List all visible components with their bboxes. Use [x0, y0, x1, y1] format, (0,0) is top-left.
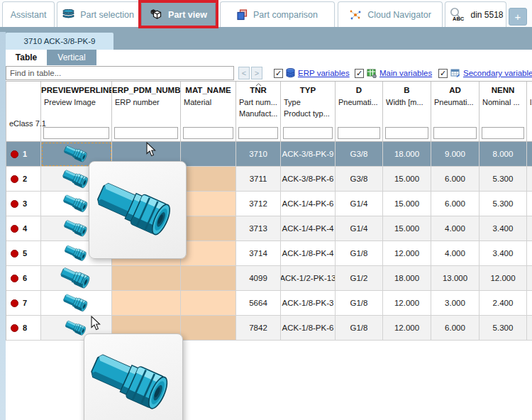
search-tab[interactable]: ABC din 5518	[445, 1, 506, 27]
d-cell[interactable]: G1/4	[336, 192, 383, 216]
add-search-tab-button[interactable]: +	[509, 8, 527, 26]
column-filter-input[interactable]	[338, 127, 380, 139]
ad-cell[interactable]: 4.000	[431, 241, 480, 266]
ad-cell[interactable]: 4.000	[431, 216, 480, 241]
l-cell[interactable]	[527, 316, 532, 341]
nenn-cell[interactable]: 8.000	[480, 142, 527, 167]
l-cell[interactable]	[527, 216, 532, 241]
tab-part-view[interactable]: Part view	[141, 1, 216, 27]
b-cell[interactable]: 12.000	[383, 316, 431, 341]
column-header-erp_pdm_number[interactable]: ERP_PDM_NUMBERERP number	[112, 82, 181, 142]
erp-number-cell[interactable]	[112, 266, 181, 291]
d-cell[interactable]: G1/4	[336, 216, 383, 241]
tab-vertical[interactable]: Vertical	[47, 50, 96, 65]
nenn-cell[interactable]: 5.300	[480, 192, 527, 216]
toggle-link[interactable]: Main variables	[379, 69, 432, 77]
column-filter-input[interactable]	[482, 127, 524, 139]
b-cell[interactable]: 18.000	[383, 266, 431, 291]
tab-cloud-navigator[interactable]: Cloud Navigator	[338, 1, 443, 27]
typ-cell[interactable]: ACK-1/8-PK-4	[281, 241, 336, 266]
row-number-cell[interactable]: 2	[6, 167, 41, 192]
find-prev-button[interactable]: <	[238, 67, 250, 79]
row-number-cell[interactable]: 5	[6, 241, 41, 266]
find-in-table-input[interactable]	[6, 66, 234, 80]
column-filter-input[interactable]	[238, 127, 278, 139]
row-number-cell[interactable]: 6	[6, 266, 41, 291]
erp-number-cell[interactable]	[112, 291, 181, 316]
checkbox[interactable]: ✓	[274, 69, 283, 78]
b-cell[interactable]: 15.000	[383, 216, 431, 241]
column-filter-input[interactable]	[385, 127, 428, 139]
tnr-cell[interactable]: 3712	[236, 192, 281, 216]
row-number-cell[interactable]: 7	[6, 291, 41, 316]
nenn-cell[interactable]: 5.300	[480, 316, 527, 341]
nenn-cell[interactable]: 3.400	[480, 216, 527, 241]
column-header-tnr[interactable]: TNRPart num...Manufact...	[236, 82, 281, 142]
tnr-cell[interactable]: 3713	[236, 216, 281, 241]
column-header-d[interactable]: DPneumati...	[336, 82, 383, 142]
column-filter-input[interactable]	[183, 127, 233, 139]
table-row-4[interactable]: 43713ACK-1/4-PK-4G1/415.0004.0003.400	[6, 216, 532, 241]
preview-image-cell[interactable]	[41, 291, 112, 316]
column-header-b[interactable]: BWidth [m...	[383, 82, 431, 142]
typ-cell[interactable]: ACK-1/4-PK-4	[281, 216, 336, 241]
ad-cell[interactable]: 6.000	[431, 167, 480, 192]
material-cell[interactable]	[181, 291, 236, 316]
d-cell[interactable]: G3/8	[336, 142, 383, 167]
column-header-previewperline[interactable]: PREVIEWPERLINEPreview Image	[41, 82, 112, 142]
nenn-cell[interactable]: 2.400	[480, 291, 527, 316]
document-tab-active[interactable]: 3710 ACK-3/8-PK-9	[6, 33, 113, 50]
b-cell[interactable]: 18.000	[383, 142, 431, 167]
checkbox[interactable]: ✓	[438, 69, 448, 78]
table-row-6[interactable]: 64099ACK-1/2-PK-13G1/218.00013.00012.000	[6, 266, 532, 291]
tab-table[interactable]: Table	[6, 50, 47, 65]
row-number-cell[interactable]: 4	[6, 216, 41, 241]
tab-part-comparison[interactable]: Part comparison	[220, 1, 335, 27]
table-row-5[interactable]: 53714ACK-1/8-PK-4G1/812.0004.0003.400	[6, 241, 532, 266]
toggle-link[interactable]: Secondary variables	[463, 69, 532, 77]
column-filter-input[interactable]	[43, 127, 109, 139]
nenn-cell[interactable]: 3.400	[480, 241, 527, 266]
l-cell[interactable]	[527, 167, 532, 192]
column-filter-input[interactable]	[433, 127, 477, 139]
column-header-ad[interactable]: ADPneumati...	[431, 82, 480, 142]
checkbox[interactable]: ✓	[355, 69, 364, 78]
typ-cell[interactable]: ACK-1/8-PK-6	[281, 316, 336, 341]
table-row-3[interactable]: 33712ACK-1/4-PK-6G1/415.0006.0005.300	[6, 192, 532, 216]
nenn-cell[interactable]: 12.000	[480, 266, 527, 291]
column-filter-input[interactable]	[114, 127, 178, 139]
ad-cell[interactable]: 6.000	[431, 316, 480, 341]
material-cell[interactable]	[181, 167, 236, 192]
table-row-2[interactable]: 23711ACK-3/8-PK-6G3/815.0006.0005.300	[6, 167, 532, 192]
table-row-1[interactable]: 13710ACK-3/8-PK-9G3/818.0009.0008.000	[6, 142, 532, 167]
material-cell[interactable]	[181, 216, 236, 241]
l-cell[interactable]	[527, 266, 532, 291]
row-number-cell[interactable]: 3	[6, 192, 41, 216]
d-cell[interactable]: G1/8	[336, 316, 383, 341]
material-cell[interactable]	[181, 142, 236, 167]
ad-cell[interactable]: 6.000	[431, 192, 480, 216]
material-cell[interactable]	[181, 241, 236, 266]
search-query-value[interactable]: din 5518	[470, 10, 503, 20]
column-header-typ[interactable]: TYPTypeProduct typ...	[281, 82, 336, 142]
preview-image-cell[interactable]	[41, 266, 112, 291]
l-cell[interactable]	[527, 192, 532, 216]
d-cell[interactable]: G1/8	[336, 241, 383, 266]
d-cell[interactable]: G1/2	[336, 266, 383, 291]
toggle-link[interactable]: ERP variables	[298, 69, 350, 77]
nenn-cell[interactable]: 5.300	[480, 167, 527, 192]
l-cell[interactable]	[527, 241, 532, 266]
b-cell[interactable]: 12.000	[383, 291, 431, 316]
column-header-mat_name[interactable]: MAT_NAMEMaterial	[181, 82, 236, 142]
ad-cell[interactable]: 3.000	[431, 291, 480, 316]
typ-cell[interactable]: ACK-1/8-PK-3	[281, 291, 336, 316]
column-filter-input[interactable]	[283, 127, 333, 139]
material-cell[interactable]	[181, 316, 236, 341]
b-cell[interactable]: 15.000	[383, 192, 431, 216]
tab-part-selection[interactable]: Part selection	[57, 1, 140, 27]
tnr-cell[interactable]: 4099	[236, 266, 281, 291]
material-cell[interactable]	[181, 192, 236, 216]
row-number-cell[interactable]: 1	[6, 142, 41, 167]
find-next-button[interactable]: >	[251, 67, 262, 79]
tnr-cell[interactable]: 7842	[236, 316, 281, 341]
